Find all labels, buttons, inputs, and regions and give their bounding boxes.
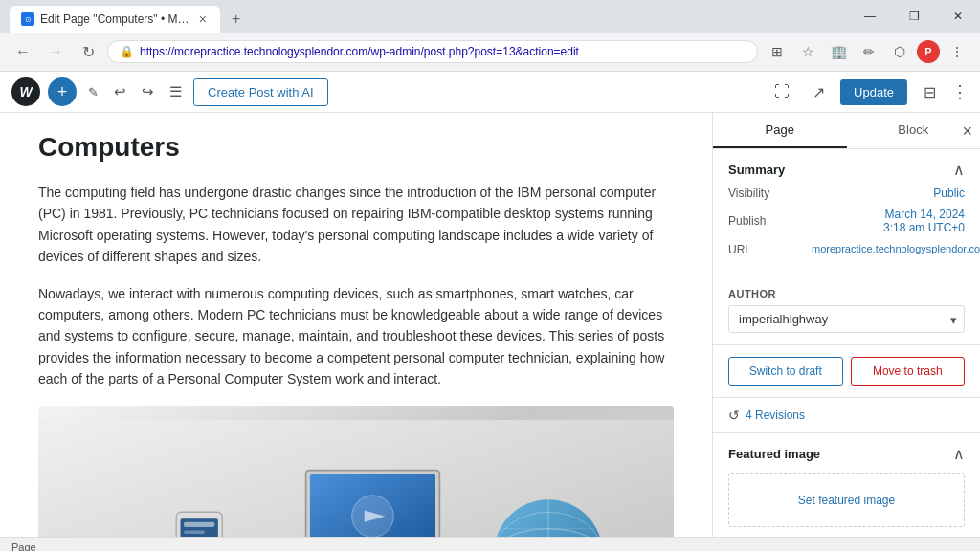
forward-btn[interactable]: → xyxy=(42,38,69,65)
editor-content: Computers The computing field has underg… xyxy=(0,113,712,537)
refresh-btn[interactable]: ↻ xyxy=(75,38,101,65)
create-post-ai-btn[interactable]: Create Post with AI xyxy=(193,78,328,106)
browser-tab[interactable]: ⊙ Edit Page "Computers" • More × xyxy=(10,6,220,33)
view-post-btn[interactable]: ↗ xyxy=(804,77,833,106)
summary-section: Summary ∧ Visibility Public Publish Marc… xyxy=(713,149,980,276)
summary-header: Summary ∧ xyxy=(728,161,965,179)
wp-logo[interactable]: W xyxy=(11,77,40,106)
svg-rect-8 xyxy=(181,518,218,537)
redo-btn[interactable]: ↪ xyxy=(138,79,158,104)
bookmark-btn[interactable]: ☆ xyxy=(794,38,821,65)
settings-panel-btn[interactable]: ⊟ xyxy=(915,77,944,106)
url-value-group: morepractice.technologysplendor.com/comp… xyxy=(812,242,965,256)
post-title[interactable]: Computers xyxy=(38,132,674,163)
author-select-wrap: imperialhighway xyxy=(728,305,965,333)
tab-page[interactable]: Page xyxy=(713,113,847,148)
sidebar-tabs: Page Block × xyxy=(713,113,980,149)
url-row: URL morepractice.technologysplendor.com/… xyxy=(728,242,965,256)
summary-title: Summary xyxy=(728,163,785,177)
revisions-label: 4 Revisions xyxy=(746,408,805,422)
featured-image-toggle[interactable]: ∧ xyxy=(953,445,965,463)
tab-favicon: ⊙ xyxy=(21,12,34,26)
featured-image-area[interactable] xyxy=(38,406,674,537)
tab-title: Edit Page "Computers" • More xyxy=(40,12,191,26)
back-btn[interactable]: ← xyxy=(10,38,36,65)
profile-avatar[interactable]: P xyxy=(917,40,940,63)
editor-main: Computers The computing field has underg… xyxy=(0,113,980,537)
undo-btn[interactable]: ↩ xyxy=(110,79,130,104)
toolbar-right: ⛶ ↗ Update ⊟ ⋮ xyxy=(768,77,969,106)
publish-date-group: March 14, 2024 3:18 am UTC+0 xyxy=(883,208,965,234)
editor-sidebar: Page Block × Summary ∧ Visibility Public… xyxy=(712,113,980,537)
new-tab-btn[interactable]: + xyxy=(224,7,248,32)
browser-actions: ⊞ ☆ 🏢 ✏ ⬡ P ⋮ xyxy=(764,38,970,65)
summary-toggle[interactable]: ∧ xyxy=(953,161,965,179)
more-options-btn[interactable]: ⋮ xyxy=(951,81,969,102)
action-buttons: Switch to draft Move to trash xyxy=(713,345,980,398)
tab-close-btn[interactable]: × xyxy=(197,11,209,27)
publish-time[interactable]: 3:18 am UTC+0 xyxy=(883,221,965,234)
publish-row: Publish March 14, 2024 3:18 am UTC+0 xyxy=(728,208,965,234)
sidebar-close-btn[interactable]: × xyxy=(962,121,972,141)
url-text: https://morepractice.technologysplendor.… xyxy=(140,45,746,58)
set-featured-image-btn[interactable]: Set featured image xyxy=(798,494,895,507)
translate-btn[interactable]: ⊞ xyxy=(764,38,791,65)
publish-label: Publish xyxy=(728,214,766,228)
lock-icon: 🔒 xyxy=(120,45,134,58)
featured-image-inner xyxy=(38,406,674,537)
pen-btn[interactable]: ✏ xyxy=(856,38,882,65)
featured-image-box[interactable]: Set featured image xyxy=(728,473,965,527)
add-block-btn[interactable]: + xyxy=(48,77,77,106)
update-btn[interactable]: Update xyxy=(840,79,907,105)
author-select[interactable]: imperialhighway xyxy=(728,305,965,333)
visibility-label: Visibility xyxy=(728,187,769,200)
paragraph-2[interactable]: Nowadays, we interact with numerous comp… xyxy=(38,283,674,390)
wp-editor: W + ✎ ↩ ↪ ☰ Create Post with AI ⛶ ↗ Upda… xyxy=(0,72,980,537)
revisions-icon: ↺ xyxy=(728,408,740,423)
address-bar[interactable]: 🔒 https://morepractice.technologysplendo… xyxy=(107,40,758,63)
visibility-value[interactable]: Public xyxy=(933,187,965,200)
close-btn[interactable]: ✕ xyxy=(936,3,980,30)
move-trash-btn[interactable]: Move to trash xyxy=(851,357,966,386)
profile-account-btn[interactable]: 🏢 xyxy=(825,38,852,65)
svg-rect-10 xyxy=(184,530,205,533)
window-controls: — ❐ ✕ xyxy=(848,3,980,30)
switch-draft-btn[interactable]: Switch to draft xyxy=(728,357,843,386)
url-value[interactable]: morepractice.technologysplendor.com/comp… xyxy=(812,242,965,256)
wp-toolbar: W + ✎ ↩ ↪ ☰ Create Post with AI ⛶ ↗ Upda… xyxy=(0,72,980,113)
url-label: URL xyxy=(728,243,751,256)
paragraph-1[interactable]: The computing field has undergone drasti… xyxy=(38,182,674,268)
browser-chrome: ⊙ Edit Page "Computers" • More × + — ❐ ✕… xyxy=(0,0,980,72)
status-label: Page xyxy=(11,541,36,551)
status-bar: Page xyxy=(0,537,980,551)
browser-controls: ← → ↻ 🔒 https://morepractice.technologys… xyxy=(0,33,980,71)
featured-image-section: Featured image ∧ Set featured image Show… xyxy=(713,433,980,537)
featured-image-title: Featured image xyxy=(728,447,820,461)
author-section: AUTHOR imperialhighway xyxy=(713,276,980,345)
revisions-row[interactable]: ↺ 4 Revisions xyxy=(713,398,980,433)
more-btn[interactable]: ⋮ xyxy=(944,38,970,65)
featured-image-header: Featured image ∧ xyxy=(728,445,965,463)
list-view-btn[interactable]: ☰ xyxy=(166,79,186,104)
tab-block[interactable]: Block xyxy=(847,113,981,148)
maximize-btn[interactable]: ❐ xyxy=(892,3,936,30)
minimize-btn[interactable]: — xyxy=(848,3,892,30)
author-label: AUTHOR xyxy=(728,288,965,299)
svg-rect-9 xyxy=(184,521,214,526)
publish-date[interactable]: March 14, 2024 xyxy=(883,208,965,221)
edit-icon-btn[interactable]: ✎ xyxy=(84,81,102,103)
post-body: The computing field has undergone drasti… xyxy=(38,182,674,390)
extension-btn[interactable]: ⬡ xyxy=(886,38,913,65)
visibility-row: Visibility Public xyxy=(728,187,965,200)
fullscreen-btn[interactable]: ⛶ xyxy=(768,77,796,106)
